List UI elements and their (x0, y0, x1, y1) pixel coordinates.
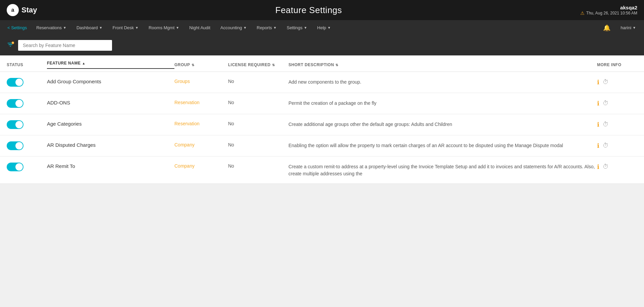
more-info-cell: ℹ ⏱ (597, 78, 637, 86)
page-title: Feature Settings (275, 5, 342, 15)
license-cell: No (228, 99, 288, 105)
table-row: AR Remit To Company No Create a custom r… (0, 157, 644, 184)
table-row: Age Categories Reservation No Create add… (0, 114, 644, 135)
feature-name-cell: Add Group Components (47, 78, 174, 84)
nav-rooms-mgmt[interactable]: Rooms Mgmt ▼ (144, 20, 184, 35)
desc-cell: Permit the creation of a package on the … (288, 99, 597, 107)
desc-cell: Create a custom remit-to address at a pr… (288, 163, 597, 177)
search-input[interactable] (18, 40, 112, 51)
info-icon[interactable]: ℹ (597, 142, 599, 149)
desc-cell: Enabling the option will allow the prope… (288, 141, 597, 149)
logo-icon: a (7, 4, 19, 16)
sort-icon: ⇅ (192, 63, 195, 67)
nav-reports[interactable]: Reports ▼ (252, 20, 281, 35)
feature-name-cell: AR Remit To (47, 163, 174, 169)
chevron-down-icon: ▼ (304, 26, 307, 30)
desc-cell: Add new components to the group. (288, 78, 597, 86)
history-icon[interactable]: ⏱ (603, 163, 609, 170)
datetime: ⚠ Thu, Aug 26, 2021 10:56 AM (580, 10, 637, 16)
chevron-down-icon: ▼ (327, 26, 331, 30)
table-header: STATUS FEATURE NAME ▲ GROUP ⇅ LICENSE RE… (0, 55, 644, 72)
feature-name-cell: Age Categories (47, 120, 174, 127)
group-cell: Groups (174, 78, 228, 84)
more-info-cell: ℹ ⏱ (597, 120, 637, 128)
nav-settings[interactable]: Settings ▼ (282, 20, 312, 35)
history-icon[interactable]: ⏱ (603, 121, 609, 128)
chevron-down-icon: ▼ (633, 26, 636, 30)
toggle-ar-remit-to[interactable] (7, 163, 47, 171)
group-cell: Company (174, 141, 228, 147)
chevron-down-icon: ▼ (273, 26, 277, 30)
nav-bar: < Settings Reservations ▼ Dashboard ▼ Fr… (0, 20, 644, 35)
toggle-add-ons[interactable] (7, 99, 47, 108)
datetime-text: Thu, Aug 26, 2021 10:56 AM (586, 11, 637, 15)
chevron-down-icon: ▼ (99, 26, 103, 30)
username: aksqa2 (620, 5, 637, 10)
sort-icon: ⇅ (272, 63, 275, 67)
filter-icon: + (7, 41, 14, 50)
more-info-cell: ℹ ⏱ (597, 141, 637, 149)
group-cell: Reservation (174, 99, 228, 105)
info-icon[interactable]: ℹ (597, 79, 599, 86)
sort-asc-icon: ▲ (82, 61, 85, 65)
nav-username: harini (621, 25, 631, 30)
license-cell: No (228, 120, 288, 126)
warning-icon: ⚠ (580, 10, 585, 16)
sort-icon: ⇅ (335, 63, 338, 67)
info-icon[interactable]: ℹ (597, 100, 599, 107)
table-row: Add Group Components Groups No Add new c… (0, 72, 644, 93)
back-to-settings[interactable]: < Settings (3, 25, 31, 30)
history-icon[interactable]: ⏱ (603, 79, 609, 86)
nav-user[interactable]: harini ▼ (616, 20, 641, 35)
group-cell: Reservation (174, 120, 228, 126)
feature-table: STATUS FEATURE NAME ▲ GROUP ⇅ LICENSE RE… (0, 55, 644, 184)
col-feature-name[interactable]: FEATURE NAME ▲ (47, 61, 174, 69)
table-row: ADD-ONS Reservation No Permit the creati… (0, 93, 644, 114)
feature-name-cell: AR Disputed Charges (47, 141, 174, 148)
svg-text:+: + (12, 42, 14, 44)
feature-name-cell: ADD-ONS (47, 99, 174, 105)
filter-bar: + (0, 35, 644, 55)
chevron-down-icon: ▼ (176, 26, 179, 30)
nav-help[interactable]: Help ▼ (313, 20, 336, 35)
nav-dashboard[interactable]: Dashboard ▼ (72, 20, 107, 35)
toggle-age-categories[interactable] (7, 120, 47, 129)
license-cell: No (228, 78, 288, 84)
user-area: aksqa2 ⚠ Thu, Aug 26, 2021 10:56 AM (580, 5, 637, 16)
top-header: a Stay Feature Settings aksqa2 ⚠ Thu, Au… (0, 0, 644, 20)
nav-bell[interactable]: 🔔 (598, 20, 615, 35)
col-more-info: MORE INFO (597, 61, 637, 69)
nav-night-audit[interactable]: Night Audit (184, 20, 215, 35)
info-icon[interactable]: ℹ (597, 121, 599, 128)
app-name: Stay (21, 6, 37, 14)
nav-front-desk[interactable]: Front Desk ▼ (108, 20, 143, 35)
col-group[interactable]: GROUP ⇅ (174, 61, 228, 69)
group-cell: Company (174, 163, 228, 169)
col-short-desc[interactable]: SHORT DESCRIPTION ⇅ (288, 61, 597, 69)
toggle-ar-disputed-charges[interactable] (7, 141, 47, 150)
history-icon[interactable]: ⏱ (603, 100, 609, 107)
col-status[interactable]: STATUS (7, 61, 47, 69)
history-icon[interactable]: ⏱ (603, 142, 609, 149)
toggle-add-group-components[interactable] (7, 78, 47, 87)
more-info-cell: ℹ ⏱ (597, 163, 637, 171)
logo-area: a Stay (7, 4, 37, 16)
chevron-down-icon: ▼ (243, 26, 247, 30)
nav-reservations[interactable]: Reservations ▼ (32, 20, 71, 35)
info-icon[interactable]: ℹ (597, 163, 599, 171)
chevron-down-icon: ▼ (63, 26, 66, 30)
bell-icon: 🔔 (603, 24, 610, 32)
nav-accounting[interactable]: Accounting ▼ (216, 20, 251, 35)
license-cell: No (228, 163, 288, 169)
table-row: AR Disputed Charges Company No Enabling … (0, 135, 644, 157)
license-cell: No (228, 141, 288, 147)
col-license[interactable]: LICENSE REQUIRED ⇅ (228, 61, 288, 69)
more-info-cell: ℹ ⏱ (597, 99, 637, 107)
desc-cell: Create additional age groups other the d… (288, 120, 597, 128)
chevron-down-icon: ▼ (135, 26, 139, 30)
